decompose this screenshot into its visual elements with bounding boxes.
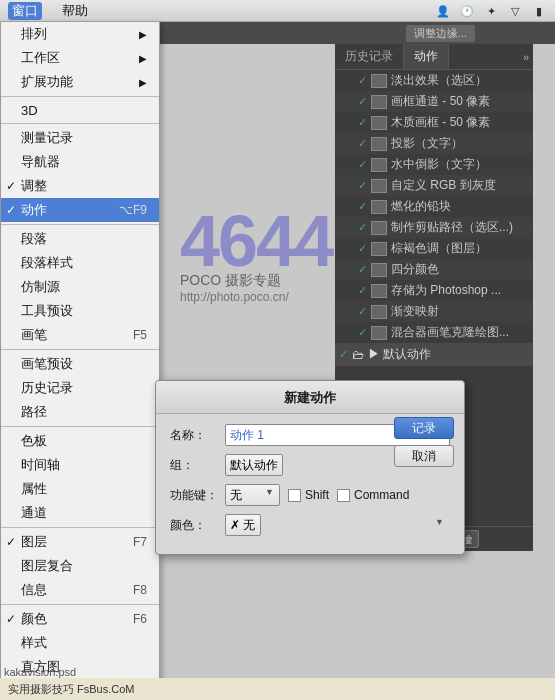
panel-menu-icon[interactable]: » [523,51,529,63]
command-label: Command [354,488,409,502]
menu-item-时间轴[interactable]: 时间轴 [1,453,159,477]
group-icon: 🗁 [352,348,364,362]
color-label: 颜色： [170,517,225,534]
menu-item-label: 样式 [21,634,47,652]
action-label: 画框通道 - 50 像素 [391,93,490,110]
menu-item-测量记录[interactable]: 测量记录 [1,126,159,150]
menu-item-label: 路径 [21,403,47,421]
panel-tabs: 历史记录 动作 » [335,44,533,70]
menu-item-label: 属性 [21,480,47,498]
action-item[interactable]: ✓混合器画笔克隆绘图... [335,322,533,343]
menu-item-颜色[interactable]: ✓颜色F6 [1,607,159,631]
menu-divider [1,96,159,97]
group-check: ✓ [339,348,348,361]
wifi-icon: ▽ [507,3,523,19]
shift-checkbox-row: Shift [288,488,329,502]
submenu-arrow-icon: ▶ [139,29,147,40]
dialog-buttons: 记录 取消 [394,417,454,467]
menu-item-仿制源[interactable]: 仿制源 [1,275,159,299]
menu-item-历史记录[interactable]: 历史记录 [1,376,159,400]
action-icon [371,305,387,319]
action-item[interactable]: ✓投影（文字） [335,133,533,154]
menu-item-shortcut: F5 [133,328,147,342]
action-icon [371,326,387,340]
action-item[interactable]: ✓自定义 RGB 到灰度 [335,175,533,196]
menu-item-段落样式[interactable]: 段落样式 [1,251,159,275]
menu-item-画笔[interactable]: 画笔F5 [1,323,159,347]
action-icon [371,74,387,88]
adjust-edge-button[interactable]: 调整边缘... [406,25,475,42]
action-item[interactable]: ✓木质画框 - 50 像素 [335,112,533,133]
group-label: 组： [170,457,225,474]
bluetooth-icon: ✦ [483,3,499,19]
window-menu[interactable]: 窗口 [8,2,42,20]
action-item[interactable]: ✓淡出效果（选区） [335,70,533,91]
action-group-header[interactable]: ✓ 🗁 ▶ 默认动作 [335,343,533,366]
action-label: 木质画框 - 50 像素 [391,114,490,131]
action-label: 混合器画笔克隆绘图... [391,324,509,341]
menu-item-调整[interactable]: ✓调整 [1,174,159,198]
battery-icon: ▮ [531,3,547,19]
action-item[interactable]: ✓燃化的铅块 [335,196,533,217]
action-item[interactable]: ✓棕褐色调（图层） [335,238,533,259]
menu-item-色板[interactable]: 色板 [1,429,159,453]
action-item[interactable]: ✓画框通道 - 50 像素 [335,91,533,112]
menu-item-label: 历史记录 [21,379,73,397]
bottom-text: 实用摄影技巧 FsBus.CoM [8,682,135,697]
menu-item-工作区[interactable]: 工作区▶ [1,46,159,70]
bottom-bar: 实用摄影技巧 FsBus.CoM [0,678,555,700]
hotkey-label: 功能键： [170,487,225,504]
menu-item-扩展功能[interactable]: 扩展功能▶ [1,70,159,94]
menu-item-label: 图层复合 [21,557,73,575]
menu-item-路径[interactable]: 路径 [1,400,159,424]
action-icon [371,179,387,193]
menu-item-画笔预设[interactable]: 画笔预设 [1,352,159,376]
menu-item-动作[interactable]: ✓动作⌥F9 [1,198,159,222]
menu-item-导航器[interactable]: 导航器 [1,150,159,174]
tab-actions[interactable]: 动作 [404,44,449,69]
menu-divider [1,224,159,225]
menu-item-shortcut: F6 [133,612,147,626]
tab-history[interactable]: 历史记录 [335,44,404,69]
menu-item-工具预设[interactable]: 工具预设 [1,299,159,323]
menu-item-排列[interactable]: 排列▶ [1,22,159,46]
panel-tab-icons: » [523,51,533,63]
menu-item-label: 画笔预设 [21,355,73,373]
filename-label: kakavision.psd [4,666,76,678]
color-select[interactable]: ✗ 无 [225,514,261,536]
menu-item-样式[interactable]: 样式 [1,631,159,655]
shift-checkbox[interactable] [288,489,301,502]
dialog-title: 新建动作 [156,381,464,414]
action-item[interactable]: ✓制作剪贴路径（选区...) [335,217,533,238]
menu-divider [1,604,159,605]
menu-item-图层复合[interactable]: 图层复合 [1,554,159,578]
menu-item-label: 工具预设 [21,302,73,320]
submenu-arrow-icon: ▶ [139,53,147,64]
menu-item-段落[interactable]: 段落 [1,227,159,251]
menu-item-属性[interactable]: 属性 [1,477,159,501]
menu-divider [1,527,159,528]
help-menu[interactable]: 帮助 [58,2,92,20]
menu-item-shortcut: ⌥F9 [119,203,147,217]
menu-item-3D[interactable]: 3D [1,99,159,121]
record-button[interactable]: 记录 [394,417,454,439]
menu-item-通道[interactable]: 通道 [1,501,159,525]
action-item[interactable]: ✓水中倒影（文字） [335,154,533,175]
action-item[interactable]: ✓四分颜色 [335,259,533,280]
menu-item-label: 仿制源 [21,278,60,296]
cancel-button[interactable]: 取消 [394,445,454,467]
hotkey-select[interactable]: 无 [225,484,280,506]
action-item[interactable]: ✓渐变映射 [335,301,533,322]
command-checkbox[interactable] [337,489,350,502]
dialog-color-row: 颜色： ✗ 无 [170,514,450,536]
menu-item-label: 调整 [21,177,47,195]
menu-item-图层[interactable]: ✓图层F7 [1,530,159,554]
menu-item-label: 工作区 [21,49,60,67]
menu-item-label: 3D [21,103,38,118]
action-icon [371,242,387,256]
action-item[interactable]: ✓存储为 Photoshop ... [335,280,533,301]
user-icon: 👤 [435,3,451,19]
group-select[interactable]: 默认动作 [225,454,283,476]
menu-item-label: 色板 [21,432,47,450]
menu-item-信息[interactable]: 信息F8 [1,578,159,602]
